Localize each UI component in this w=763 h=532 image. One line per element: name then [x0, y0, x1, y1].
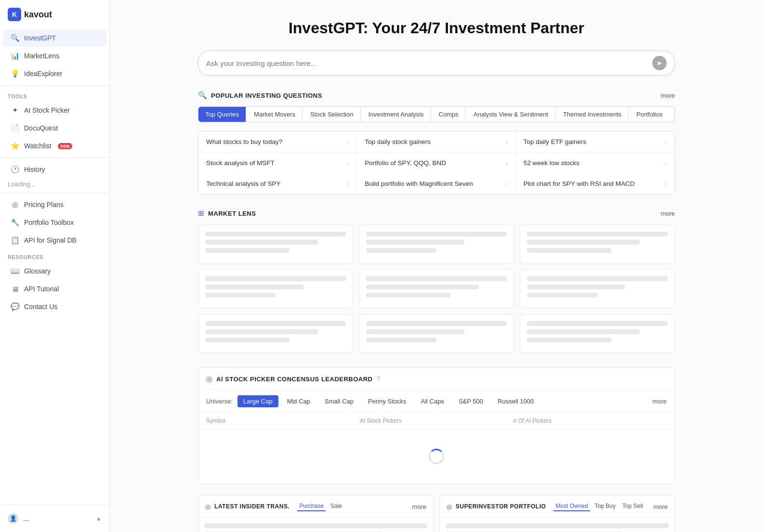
search-icon: 🔍: [11, 34, 19, 42]
page-title: InvestGPT: Your 24/7 Investment Partner: [198, 19, 675, 37]
leaderboard-section: ◎ AI STOCK PICKER CONCENSUS LEADERBOARD …: [198, 367, 675, 484]
market-lens-more[interactable]: more: [660, 210, 675, 217]
universe-tabs: Universe: Large Cap Mid Cap Small Cap Pe…: [198, 390, 674, 413]
toolbox-icon: 🔧: [11, 218, 19, 227]
universe-tab-all-caps[interactable]: All Caps: [415, 395, 450, 407]
question-text: Build portfolio with Magnificent Seven: [365, 180, 473, 187]
question-item[interactable]: Stock analysis of MSFT ›: [198, 153, 357, 173]
sidebar-item-label: Glossary: [24, 267, 51, 275]
question-item[interactable]: What stocks to buy today? ›: [198, 131, 357, 153]
skeleton: [527, 329, 640, 334]
market-card: [359, 224, 514, 263]
insider-tabs: Purchase Sale: [297, 502, 344, 511]
question-item[interactable]: Top daily ETF gainers ›: [516, 131, 674, 153]
history-icon: 🕐: [11, 165, 19, 174]
tab-portfolios[interactable]: Portfolios: [630, 107, 669, 122]
leaderboard-more[interactable]: more: [652, 398, 667, 405]
sidebar-item-history[interactable]: 🕐 History: [3, 161, 106, 178]
insider-card: ◎ LATEST INSIDER TRANS. Purchase Sale mo…: [198, 495, 434, 532]
tab-market-movers[interactable]: Market Movers: [247, 107, 303, 122]
superinvestor-tab-top-sell[interactable]: Top Sell: [620, 502, 645, 511]
search-bar: ➤: [198, 51, 675, 76]
question-item[interactable]: Plot chart for SPY with RSI and MACD ›: [516, 173, 674, 194]
sidebar-item-docuquest[interactable]: 📄 DocuQuest: [3, 119, 106, 137]
market-card: [520, 269, 675, 308]
question-item[interactable]: Build portfolio with Magnificent Seven ›: [357, 173, 515, 194]
sidebar-item-api-tutorial[interactable]: 🖥 API Tutorial: [3, 280, 106, 298]
insider-tab-sale[interactable]: Sale: [329, 502, 344, 511]
help-icon[interactable]: ?: [377, 375, 381, 383]
question-item[interactable]: 52 week low stocks ›: [516, 153, 674, 173]
superinvestor-tab-most-owned[interactable]: Most Owned: [553, 502, 590, 511]
search-button[interactable]: ➤: [652, 56, 667, 70]
skeleton: [527, 248, 611, 253]
superinvestor-tab-top-buy[interactable]: Top Buy: [593, 502, 618, 511]
skeleton: [527, 285, 625, 289]
tab-analysts[interactable]: Analysts View & Sentiment: [467, 107, 555, 122]
leaderboard-header: ◎ AI STOCK PICKER CONCENSUS LEADERBOARD …: [198, 368, 674, 390]
tab-investment-analysis[interactable]: Investment Analysis: [362, 107, 431, 122]
sidebar-item-contact[interactable]: 💬 Contact Us: [3, 298, 106, 315]
user-menu[interactable]: 👤 ... ▲: [0, 509, 109, 528]
universe-tab-large-cap[interactable]: Large Cap: [237, 395, 278, 407]
question-item[interactable]: Top daily stock gainers ›: [357, 131, 515, 153]
divider: [0, 85, 109, 86]
tab-themed[interactable]: Themed Investments: [556, 107, 629, 122]
skeleton: [205, 285, 303, 289]
skeleton: [204, 523, 427, 528]
skeleton: [527, 321, 668, 326]
idea-icon: 💡: [11, 69, 19, 78]
chevron-right-icon: ›: [506, 160, 508, 167]
logo: K kavout: [0, 0, 109, 27]
sidebar-item-api-signal[interactable]: 📋 API for Signal DB: [3, 232, 106, 249]
logo-text: kavout: [24, 10, 52, 20]
sidebar-item-watchlist[interactable]: ⭐ Watchlist new: [3, 137, 106, 155]
superinvestor-more[interactable]: more: [653, 503, 668, 510]
skeleton: [527, 276, 668, 281]
skeleton: [527, 240, 640, 245]
divider: [0, 193, 109, 193]
sidebar-item-label: IdeaExplorer: [24, 70, 62, 78]
universe-tab-mid-cap[interactable]: Mid Cap: [281, 395, 316, 407]
market-card: [520, 314, 675, 353]
sidebar-item-ideaexplorer[interactable]: 💡 IdeaExplorer: [3, 65, 106, 82]
chevron-right-icon: ›: [665, 139, 667, 145]
universe-tab-sp500[interactable]: S&P 500: [453, 395, 489, 407]
question-item[interactable]: Technical analysis of SPY ›: [198, 173, 357, 194]
superinvestor-header: ◎ SUPERINVESTOR PORTFOLIO Most Owned Top…: [440, 496, 674, 518]
chart-icon: 📊: [11, 52, 19, 60]
popular-more-link[interactable]: more: [660, 92, 675, 99]
chevron-right-icon: ›: [347, 160, 349, 167]
search-input[interactable]: [206, 59, 652, 67]
tab-top-queries[interactable]: Top Queries: [198, 107, 246, 122]
col-num-pickers: # Of AI Pickers: [513, 417, 667, 424]
tab-comps[interactable]: Comps: [432, 107, 466, 122]
universe-tab-russell[interactable]: Russell 1000: [492, 395, 539, 407]
loading-indicator: Loading...: [0, 179, 109, 190]
tab-stock-selection[interactable]: Stock Selection: [303, 107, 361, 122]
popular-title-row: 🔍 POPULAR INVESTING QUESTIONS: [198, 91, 322, 100]
chevron-right-icon: ›: [506, 181, 508, 187]
table-header: Symbol AI Stock Pickers # Of AI Pickers: [198, 413, 674, 429]
sidebar-item-aistockpicker[interactable]: ✦ AI Stock Picker: [3, 102, 106, 119]
sidebar-item-marketlens[interactable]: 📊 MarketLens: [3, 47, 106, 65]
sidebar-item-pricing[interactable]: ◎ Pricing Plans: [3, 196, 106, 213]
universe-tab-small-cap[interactable]: Small Cap: [319, 395, 359, 407]
sidebar-item-portfolio-toolbox[interactable]: 🔧 Portfolio Toolbox: [3, 214, 106, 231]
search-icon: 🔍: [198, 91, 207, 100]
question-text: Stock analysis of MSFT: [206, 159, 275, 167]
skeleton: [366, 337, 436, 342]
sparkle-icon: ✦: [11, 106, 19, 115]
universe-label: Universe:: [206, 398, 233, 405]
sidebar-user-section: 👤 ... ▲: [0, 505, 109, 532]
question-item[interactable]: Portfolio of SPY, QQQ, BND ›: [357, 153, 515, 173]
skeleton: [527, 337, 611, 342]
sidebar-item-investgpt[interactable]: 🔍 InvestGPT: [3, 29, 106, 47]
col-symbol: Symbol: [206, 417, 360, 424]
insider-more[interactable]: more: [412, 503, 426, 510]
universe-tab-penny[interactable]: Penny Stocks: [362, 395, 412, 407]
sidebar-item-label: History: [24, 166, 45, 173]
insider-tab-purchase[interactable]: Purchase: [297, 502, 326, 511]
logo-icon: K: [8, 8, 21, 21]
sidebar-item-glossary[interactable]: 📖 Glossary: [3, 262, 106, 280]
